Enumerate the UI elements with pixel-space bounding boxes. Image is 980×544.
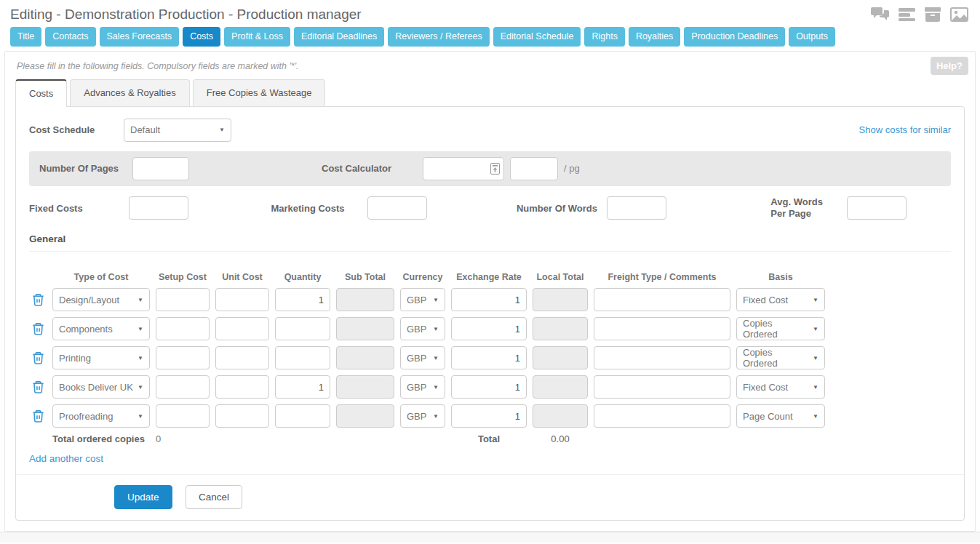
cost-row: Printing▼ GBP▼ Copies Ordered▼ bbox=[29, 346, 951, 369]
col-currency: Currency bbox=[400, 272, 445, 282]
type-of-cost-select[interactable]: Design/Layout▼ bbox=[52, 288, 150, 311]
delete-cost-button[interactable] bbox=[29, 292, 47, 307]
local-total-input bbox=[533, 375, 588, 399]
freight-comments-input[interactable] bbox=[594, 317, 730, 340]
exchange-rate-input[interactable] bbox=[451, 317, 527, 340]
col-type-of-cost: Type of Cost bbox=[52, 272, 150, 282]
number-of-words-input[interactable] bbox=[607, 196, 666, 220]
total-value: 0.00 bbox=[533, 433, 588, 444]
type-of-cost-select[interactable]: Printing▼ bbox=[52, 346, 150, 369]
freight-comments-input[interactable] bbox=[594, 288, 730, 311]
delete-cost-button[interactable] bbox=[29, 351, 47, 365]
subtab-free-copies-wasteage[interactable]: Free Copies & Wasteage bbox=[193, 79, 326, 106]
comments-icon[interactable] bbox=[871, 7, 889, 22]
basis-select[interactable]: Fixed Cost▼ bbox=[736, 288, 825, 311]
freight-comments-input[interactable] bbox=[594, 346, 730, 369]
cancel-button[interactable]: Cancel bbox=[186, 485, 242, 509]
currency-select[interactable]: GBP▼ bbox=[400, 317, 445, 340]
unit-cost-input[interactable] bbox=[215, 404, 269, 428]
add-another-cost-link[interactable]: Add another cost bbox=[29, 453, 103, 464]
setup-cost-input[interactable] bbox=[156, 288, 210, 311]
avg-words-per-page-input[interactable] bbox=[847, 196, 907, 220]
type-of-cost-value: Proofreading bbox=[59, 411, 113, 422]
subtab-costs[interactable]: Costs bbox=[15, 79, 67, 107]
basis-select[interactable]: Copies Ordered▼ bbox=[736, 346, 825, 369]
exchange-rate-input[interactable] bbox=[451, 346, 527, 369]
local-total-input bbox=[533, 288, 588, 311]
marketing-costs-input[interactable] bbox=[367, 196, 427, 220]
tab-royalties[interactable]: Royalties bbox=[629, 27, 680, 47]
tab-reviewers-referees[interactable]: Reviewers / Referees bbox=[388, 27, 490, 47]
tab-contacts[interactable]: Contacts bbox=[45, 27, 95, 47]
setup-cost-input[interactable] bbox=[156, 404, 210, 428]
chevron-down-icon: ▼ bbox=[219, 127, 225, 133]
tab-sales-forecasts[interactable]: Sales Forecasts bbox=[100, 27, 180, 47]
basis-value: Copies Ordered bbox=[743, 318, 808, 340]
col-basis: Basis bbox=[736, 272, 825, 282]
currency-value: GBP bbox=[407, 324, 426, 335]
update-button[interactable]: Update bbox=[114, 485, 172, 509]
archive-icon[interactable] bbox=[925, 7, 941, 22]
delete-cost-button[interactable] bbox=[29, 380, 47, 394]
freight-comments-input[interactable] bbox=[594, 404, 730, 428]
unit-cost-input[interactable] bbox=[215, 375, 269, 399]
image-icon[interactable] bbox=[950, 7, 968, 22]
quantity-input[interactable] bbox=[275, 375, 330, 399]
number-of-pages-input[interactable] bbox=[132, 157, 189, 180]
unit-cost-input[interactable] bbox=[215, 317, 269, 340]
help-button[interactable]: Help? bbox=[931, 57, 968, 75]
totals-row: Total ordered copies 0 Total 0.00 bbox=[29, 433, 951, 444]
cost-per-page-input[interactable] bbox=[510, 157, 558, 180]
currency-select[interactable]: GBP▼ bbox=[400, 346, 445, 369]
type-of-cost-select[interactable]: Components▼ bbox=[52, 317, 150, 340]
subtab-advances-royalties[interactable]: Advances & Royalties bbox=[70, 79, 189, 106]
delete-cost-button[interactable] bbox=[29, 409, 47, 423]
type-of-cost-select[interactable]: Proofreading▼ bbox=[52, 404, 150, 428]
page-footer-strip bbox=[0, 532, 980, 543]
freight-comments-input[interactable] bbox=[594, 375, 730, 399]
unit-cost-input[interactable] bbox=[215, 288, 269, 311]
exchange-rate-input[interactable] bbox=[451, 375, 527, 399]
currency-select[interactable]: GBP▼ bbox=[400, 288, 445, 311]
tab-title[interactable]: Title bbox=[10, 27, 41, 47]
basis-select[interactable]: Page Count▼ bbox=[736, 404, 825, 428]
tab-editorial-schedule[interactable]: Editorial Schedule bbox=[493, 27, 581, 47]
list-icon[interactable] bbox=[899, 7, 915, 22]
cost-schedule-label: Cost Schedule bbox=[29, 124, 124, 135]
currency-select[interactable]: GBP▼ bbox=[400, 404, 445, 428]
delete-cost-button[interactable] bbox=[29, 321, 47, 336]
tab-production-deadlines[interactable]: Production Deadlines bbox=[684, 27, 785, 47]
exchange-rate-input[interactable] bbox=[451, 404, 527, 428]
tab-costs[interactable]: Costs bbox=[183, 27, 220, 47]
setup-cost-input[interactable] bbox=[156, 317, 210, 340]
quantity-input[interactable] bbox=[275, 288, 330, 311]
basis-select[interactable]: Fixed Cost▼ bbox=[736, 375, 825, 399]
currency-value: GBP bbox=[407, 411, 426, 422]
basis-value: Fixed Cost bbox=[743, 382, 788, 393]
quantity-input[interactable] bbox=[275, 404, 330, 428]
sub-total-input bbox=[336, 288, 394, 311]
tab-profit-loss[interactable]: Profit & Loss bbox=[224, 27, 290, 47]
chevron-down-icon: ▼ bbox=[813, 326, 818, 332]
chevron-down-icon: ▼ bbox=[813, 355, 818, 361]
calculator-icon[interactable] bbox=[490, 163, 500, 177]
cost-table-header: Type of Cost Setup Cost Unit Cost Quanti… bbox=[29, 272, 951, 282]
unit-cost-input[interactable] bbox=[215, 346, 269, 369]
show-costs-similar-link[interactable]: Show costs for similar bbox=[859, 124, 951, 135]
cost-schedule-select[interactable]: Default ▼ bbox=[124, 119, 231, 142]
tab-rights[interactable]: Rights bbox=[584, 27, 624, 47]
basis-select[interactable]: Copies Ordered▼ bbox=[736, 317, 825, 340]
exchange-rate-input[interactable] bbox=[451, 288, 527, 311]
fixed-costs-input[interactable] bbox=[129, 196, 188, 220]
type-of-cost-select[interactable]: Books Deliver UK▼ bbox=[52, 375, 150, 399]
chevron-down-icon: ▼ bbox=[138, 297, 143, 303]
cost-calculator-label: Cost Calculator bbox=[322, 163, 398, 174]
tab-outputs[interactable]: Outputs bbox=[789, 27, 835, 47]
setup-cost-input[interactable] bbox=[156, 346, 210, 369]
tab-editorial-deadlines[interactable]: Editorial Deadlines bbox=[294, 27, 384, 47]
setup-cost-input[interactable] bbox=[156, 375, 210, 399]
quantity-input[interactable] bbox=[275, 317, 330, 340]
col-sub-total: Sub Total bbox=[336, 272, 394, 282]
currency-select[interactable]: GBP▼ bbox=[400, 375, 445, 399]
quantity-input[interactable] bbox=[275, 346, 330, 369]
